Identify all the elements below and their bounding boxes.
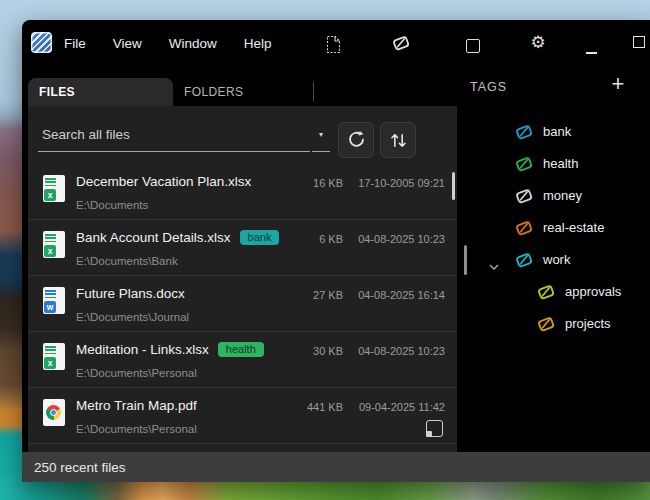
file-name: December Vacation Plan.xlsx <box>76 174 251 189</box>
file-modified: 04-08-2025 10:23 <box>358 233 445 245</box>
file-list: xDecember Vacation Plan.xlsx16 KB17-10-2… <box>28 164 457 444</box>
file-row[interactable]: xMeditation - Links.xlsxhealth30 KB04-08… <box>28 332 457 388</box>
file-path: E:\Documents <box>76 199 148 211</box>
menubar: FileViewWindowHelp <box>64 20 272 66</box>
file-path: E:\Documents\Journal <box>76 311 189 323</box>
status-text: 250 recent files <box>34 460 126 475</box>
file-path: E:\Documents\Bank <box>76 255 178 267</box>
tag-item-work[interactable]: work <box>457 244 650 276</box>
tag-label: approvals <box>565 284 621 299</box>
file-size: 16 KB <box>313 177 343 189</box>
add-tag-button[interactable]: + <box>605 71 631 97</box>
tag-item-bank[interactable]: bank <box>457 116 650 148</box>
tag-icon <box>535 313 557 339</box>
chrome-logo-icon <box>46 405 61 420</box>
file-icon-xlsx: x <box>43 175 65 202</box>
tag-icon <box>513 153 535 179</box>
chevron-down-icon[interactable] <box>489 256 499 274</box>
tag-icon <box>513 217 535 243</box>
file-size: 441 KB <box>307 401 343 413</box>
file-path: E:\Documents\Personal <box>76 367 197 379</box>
tag-list: bankhealthmoneyreal-estateworkapprovalsp… <box>457 116 650 340</box>
tag-icon <box>513 121 535 147</box>
doc-letter-badge: x <box>44 357 56 369</box>
file-size: 6 KB <box>319 233 343 245</box>
tag-item-projects[interactable]: projects <box>457 308 650 340</box>
file-modified: 04-08-2025 16:14 <box>358 289 445 301</box>
status-bar: 250 recent files <box>22 452 650 482</box>
file-modified: 17-10-2005 09:21 <box>358 177 445 189</box>
doc-letter-badge: w <box>44 301 56 313</box>
file-size: 30 KB <box>313 345 343 357</box>
tags-header: TAGS <box>470 80 507 94</box>
tag-label: real-estate <box>543 220 604 235</box>
files-panel: ▾ xDecember Vacation Plan.xlsx16 KB17-10… <box>28 106 457 452</box>
menu-window[interactable]: Window <box>169 36 217 51</box>
file-icon-pdf-chrome <box>43 399 65 426</box>
tag-item-real-estate[interactable]: real-estate <box>457 212 650 244</box>
tag-label: bank <box>543 124 571 139</box>
app-window: FileViewWindowHelp ⚙ <box>22 20 650 482</box>
tag-icon <box>535 281 557 307</box>
maximize-button[interactable] <box>628 31 650 53</box>
app-icon <box>31 32 52 53</box>
sort-arrows-icon <box>388 130 409 151</box>
desktop-wallpaper: FileViewWindowHelp ⚙ <box>0 0 650 500</box>
refresh-button[interactable] <box>338 122 374 158</box>
file-path: E:\Documents\Personal <box>76 423 197 435</box>
file-row[interactable]: Metro Train Map.pdf441 KB09-04-2025 11:4… <box>28 388 457 444</box>
titlebar: FileViewWindowHelp ⚙ <box>22 20 650 66</box>
doc-letter-badge: x <box>44 245 56 257</box>
tag-icon <box>513 249 535 275</box>
window-layout-icon[interactable] <box>462 35 484 57</box>
tag-icon <box>513 185 535 211</box>
tag-label: money <box>543 188 582 203</box>
file-icon-xlsx: x <box>43 343 65 370</box>
tag-label: health <box>543 156 578 171</box>
tag-item-approvals[interactable]: approvals <box>457 276 650 308</box>
new-file-icon[interactable] <box>322 33 344 55</box>
pin-overlay-icon[interactable] <box>426 420 443 437</box>
file-name: Meditation - Links.xlsxhealth <box>76 342 264 358</box>
sort-button[interactable] <box>380 122 416 158</box>
tabs-row: FILES FOLDERS <box>28 78 457 106</box>
doc-lines <box>45 346 56 354</box>
search-dropdown-arrow-icon[interactable]: ▾ <box>312 118 330 152</box>
file-name: Bank Account Details.xlsxbank <box>76 230 279 246</box>
doc-letter-badge: x <box>44 189 56 201</box>
file-tag-badge: bank <box>240 230 280 245</box>
file-name: Future Plans.docx <box>76 286 185 301</box>
file-modified: 09-04-2025 11:42 <box>359 401 445 413</box>
tags-scrollbar[interactable] <box>464 245 467 275</box>
files-scrollbar[interactable] <box>452 172 455 200</box>
tab-folders[interactable]: FOLDERS <box>173 78 303 106</box>
menu-file[interactable]: File <box>64 36 86 51</box>
minimize-button[interactable] <box>580 42 602 64</box>
file-row[interactable]: wFuture Plans.docx27 KB04-08-2025 16:14E… <box>28 276 457 332</box>
file-name: Metro Train Map.pdf <box>76 398 197 413</box>
tab-files[interactable]: FILES <box>28 78 173 106</box>
file-size: 27 KB <box>313 289 343 301</box>
doc-lines <box>45 234 56 242</box>
menu-view[interactable]: View <box>113 36 142 51</box>
refresh-icon <box>346 130 367 151</box>
file-row[interactable]: xBank Account Details.xlsxbank6 KB04-08-… <box>28 220 457 276</box>
doc-lines <box>45 178 56 186</box>
file-icon-xlsx: x <box>43 231 65 258</box>
search-input[interactable] <box>38 118 310 152</box>
tag-item-money[interactable]: money <box>457 180 650 212</box>
tags-panel: TAGS + bankhealthmoneyreal-estateworkapp… <box>457 66 650 452</box>
tabs-divider <box>313 82 314 101</box>
doc-lines <box>45 290 56 298</box>
file-tag-badge: health <box>218 342 264 357</box>
menu-help[interactable]: Help <box>244 36 272 51</box>
tag-icon[interactable] <box>390 32 412 54</box>
file-modified: 04-08-2025 10:23 <box>358 345 445 357</box>
gear-icon[interactable]: ⚙ <box>527 31 549 53</box>
file-icon-docx: w <box>43 287 65 314</box>
file-row[interactable]: xDecember Vacation Plan.xlsx16 KB17-10-2… <box>28 164 457 220</box>
tag-label: projects <box>565 316 611 331</box>
tag-label: work <box>543 252 570 267</box>
tag-item-health[interactable]: health <box>457 148 650 180</box>
